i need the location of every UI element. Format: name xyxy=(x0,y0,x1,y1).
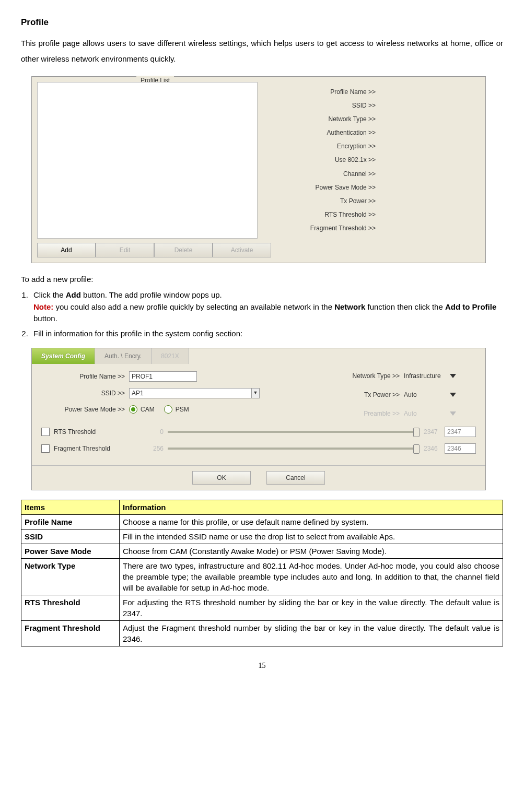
table-row: SSIDFill in the intended SSID name or us… xyxy=(21,529,503,544)
subheading-add-profile: To add a new profile: xyxy=(21,274,503,286)
rts-checkbox[interactable] xyxy=(41,428,50,436)
detail-encryption: Encryption >> xyxy=(268,142,480,151)
tx-power-value: Auto xyxy=(404,390,417,399)
step-1-text-a: Click the xyxy=(33,290,66,299)
preamble-dropdown: Auto xyxy=(404,409,456,418)
cell-key: RTS Threshold xyxy=(21,595,120,621)
preamble-value: Auto xyxy=(404,409,417,418)
detail-tx-power: Tx Power >> xyxy=(268,196,480,206)
chevron-down-icon[interactable]: ▼ xyxy=(252,388,260,398)
power-save-label: Power Save Mode >> xyxy=(41,405,129,414)
network-type-value: Infrastructure xyxy=(404,371,441,381)
table-row: RTS ThresholdFor adjusting the RTS thres… xyxy=(21,595,503,621)
slider-handle-icon[interactable] xyxy=(413,428,420,437)
figure-system-config: System Config Auth. \ Encry. 8021X Profi… xyxy=(31,348,486,490)
cell-key: Network Type xyxy=(21,559,120,595)
fragment-label: Fragment Threshold xyxy=(54,444,132,453)
profile-listbox[interactable] xyxy=(37,82,258,239)
profile-detail-labels: Profile Name >> SSID >> Network Type >> … xyxy=(268,82,480,239)
cell-key: SSID xyxy=(21,529,120,544)
detail-rts: RTS Threshold >> xyxy=(268,210,480,219)
detail-use-8021x: Use 802.1x >> xyxy=(268,155,480,164)
network-type-label: Network Type >> xyxy=(337,371,404,381)
info-table: Items Information Profile NameChoose a n… xyxy=(21,500,503,646)
delete-button: Delete xyxy=(154,243,213,257)
tx-power-dropdown[interactable]: Auto xyxy=(404,390,456,399)
detail-channel: Channel >> xyxy=(268,169,480,179)
radio-cam[interactable] xyxy=(129,405,137,414)
page-title: Profile xyxy=(21,16,503,29)
radio-psm-label: PSM xyxy=(176,405,189,414)
rts-max: 2347 xyxy=(424,427,445,437)
note-label: Note: xyxy=(33,302,53,311)
detail-power-save: Power Save Mode >> xyxy=(268,183,480,192)
ssid-input[interactable]: AP1 xyxy=(129,388,252,398)
activate-button: Activate xyxy=(213,243,271,257)
config-tabs: System Config Auth. \ Encry. 8021X xyxy=(32,348,485,364)
cell-val: Fill in the intended SSID name or use th… xyxy=(120,529,503,544)
add-button[interactable]: Add xyxy=(37,243,96,257)
rts-min: 0 xyxy=(132,427,164,437)
table-row: Network TypeThere are two types, infrast… xyxy=(21,559,503,595)
cell-val: Choose a name for this profile, or use d… xyxy=(120,515,503,529)
tx-power-label: Tx Power >> xyxy=(337,390,404,399)
detail-authentication: Authentication >> xyxy=(268,128,480,137)
fragment-checkbox[interactable] xyxy=(41,444,50,453)
tab-system-config[interactable]: System Config xyxy=(32,348,95,364)
ssid-label: SSID >> xyxy=(41,389,129,398)
preamble-label: Preamble >> xyxy=(337,409,404,418)
profile-name-input[interactable]: PROF1 xyxy=(129,371,197,382)
cell-val: For adjusting the RTS threshold number b… xyxy=(120,595,503,621)
detail-fragment: Fragment Threshold >> xyxy=(268,223,480,233)
note-bold-network: Network xyxy=(334,302,365,311)
table-row: Power Save ModeChoose from CAM (Constant… xyxy=(21,544,503,559)
fragment-value-input[interactable]: 2346 xyxy=(445,443,476,454)
tab-auth-encry[interactable]: Auth. \ Encry. xyxy=(95,348,152,364)
radio-cam-label: CAM xyxy=(141,405,155,414)
chevron-down-icon xyxy=(450,374,456,378)
fragment-max: 2346 xyxy=(424,444,445,453)
rts-slider[interactable] xyxy=(168,431,420,433)
detail-ssid: SSID >> xyxy=(268,101,480,110)
ok-button[interactable]: OK xyxy=(192,471,251,485)
note-text-c: function then click the xyxy=(365,302,445,311)
cell-val: Adjust the Fragment threshold number by … xyxy=(120,621,503,646)
cell-key: Power Save Mode xyxy=(21,544,120,559)
edit-button: Edit xyxy=(96,243,154,257)
cell-key: Profile Name xyxy=(21,515,120,529)
note-text-e: button. xyxy=(33,314,57,323)
figure-profile-list: Profile List Profile Name >> SSID >> Net… xyxy=(31,76,486,263)
table-row: Profile NameChoose a name for this profi… xyxy=(21,515,503,529)
chevron-down-icon xyxy=(450,411,456,416)
note-bold-add-to-profile: Add to Profile xyxy=(445,302,496,311)
step-1-bold: Add xyxy=(66,290,81,299)
profile-name-label: Profile Name >> xyxy=(41,372,129,381)
cancel-button[interactable]: Cancel xyxy=(266,471,325,485)
note-text-a: you could also add a new profile quickly… xyxy=(53,302,334,311)
step-1: Click the Add button. The add profile wi… xyxy=(30,289,503,325)
cell-val: Choose from CAM (Constantly Awake Mode) … xyxy=(120,544,503,559)
slider-handle-icon[interactable] xyxy=(413,444,420,454)
page-number: 15 xyxy=(21,660,503,671)
step-2: Fill in information for this profile in … xyxy=(30,328,503,340)
detail-profile-name: Profile Name >> xyxy=(268,87,480,97)
steps-list: Click the Add button. The add profile wi… xyxy=(30,289,503,339)
rts-label: RTS Threshold xyxy=(54,427,132,437)
detail-network-type: Network Type >> xyxy=(268,114,480,124)
fragment-slider[interactable] xyxy=(168,448,420,450)
network-type-dropdown[interactable]: Infrastructure xyxy=(404,371,456,381)
rts-value-input[interactable]: 2347 xyxy=(445,427,476,437)
table-row: Fragment ThresholdAdjust the Fragment th… xyxy=(21,621,503,646)
table-header-items: Items xyxy=(21,500,120,515)
fragment-min: 256 xyxy=(132,444,164,453)
cell-key: Fragment Threshold xyxy=(21,621,120,646)
chevron-down-icon xyxy=(450,393,456,397)
intro-text: This profile page allows users to save d… xyxy=(21,36,503,67)
tab-8021x: 8021X xyxy=(152,348,189,364)
table-header-info: Information xyxy=(120,500,503,515)
step-1-text-c: button. The add profile window pops up. xyxy=(81,290,222,299)
cell-val: There are two types, infrastructure and … xyxy=(120,559,503,595)
radio-psm[interactable] xyxy=(164,405,172,414)
